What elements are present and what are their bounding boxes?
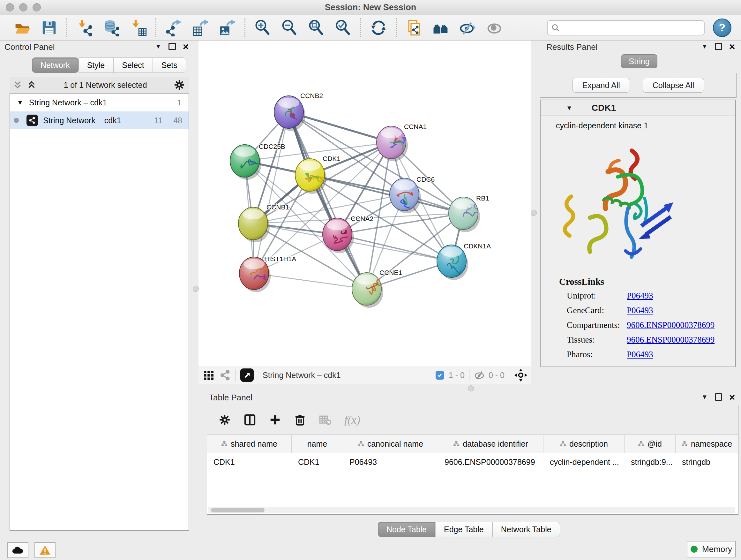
column-header-name[interactable]: name <box>292 435 343 453</box>
edge-CCNB2-HIST1H1A[interactable] <box>254 112 289 273</box>
help-button[interactable]: ? <box>713 18 731 37</box>
cloud-status-button[interactable] <box>7 542 28 558</box>
float-panel-icon[interactable] <box>715 43 722 50</box>
hide-selected-button[interactable] <box>454 17 481 38</box>
open-session-button[interactable] <box>9 17 36 38</box>
zoom-out-button[interactable] <box>276 17 303 38</box>
entry-collapse-icon[interactable]: ▼ <box>566 105 572 112</box>
tab-network[interactable]: Network <box>32 57 78 73</box>
node-CDC6[interactable]: CDC6 <box>390 176 434 213</box>
expand-all-icon[interactable] <box>26 79 37 90</box>
node-CCNB2[interactable]: CCNB2 <box>274 92 323 131</box>
tab-edge-table[interactable]: Edge Table <box>435 522 492 537</box>
column-header-description[interactable]: description <box>543 435 624 453</box>
zoom-fit-button[interactable] <box>303 17 330 38</box>
vertical-splitter-handle-left[interactable] <box>193 286 199 292</box>
column-header-namespace[interactable]: namespace <box>676 435 738 453</box>
warning-status-button[interactable] <box>35 542 56 558</box>
edge-CDK1-RB1[interactable] <box>310 175 463 213</box>
memory-button[interactable]: Memory <box>687 541 736 557</box>
node-HIST1H1A[interactable]: HIST1H1A <box>239 255 296 292</box>
tab-select[interactable]: Select <box>113 57 152 73</box>
network-view-mode-icon[interactable] <box>219 369 231 381</box>
delete-column-button[interactable] <box>294 414 306 426</box>
network-row-selected[interactable]: String Network – cdk1 11 48 <box>10 111 189 129</box>
panel-menu-icon[interactable]: ▼ <box>155 43 161 50</box>
edge-CCNB2-CCNE1[interactable] <box>289 112 367 289</box>
close-panel-icon[interactable]: × <box>729 44 735 50</box>
export-image-button[interactable] <box>214 17 241 38</box>
edge-HIST1H1A-CCNE1[interactable] <box>254 273 367 289</box>
node-CDC25B[interactable]: CDC25B <box>230 143 285 180</box>
import-network-database-button[interactable] <box>98 17 125 38</box>
delete-table-button-disabled[interactable] <box>319 414 332 426</box>
node-CDK1[interactable]: CDK1 <box>295 155 340 194</box>
crosslink-link-pharos[interactable]: P06493 <box>627 350 653 364</box>
node-CDKN1A[interactable]: CDKN1A <box>437 242 491 280</box>
tab-network-table[interactable]: Network Table <box>492 522 560 537</box>
results-tab-string[interactable]: String <box>621 54 657 68</box>
cell-namespace[interactable]: stringdb <box>676 453 738 471</box>
gear-icon[interactable] <box>174 79 185 91</box>
node-CCNB1[interactable]: CCNB1 <box>239 203 289 242</box>
tab-style[interactable]: Style <box>78 57 114 73</box>
table-settings-button[interactable] <box>219 414 231 426</box>
function-builder-button-disabled[interactable]: f(x) <box>344 413 360 427</box>
expand-all-button[interactable]: Expand All <box>572 78 630 92</box>
add-column-button[interactable] <box>269 414 281 426</box>
tab-node-table[interactable]: Node Table <box>378 522 435 537</box>
selected-checkbox-icon[interactable] <box>435 371 444 380</box>
import-table-button[interactable] <box>125 17 151 38</box>
crosslink-link-uniprot[interactable]: P06493 <box>627 291 653 306</box>
node-CCNE1[interactable]: CCNE1 <box>352 269 402 308</box>
results-entry-header[interactable]: ▼ CDK1 <box>541 100 735 116</box>
panel-menu-icon[interactable]: ▼ <box>701 393 708 401</box>
node-CCNA2[interactable]: CCNA2 <box>323 215 374 253</box>
column-header-canonical-name[interactable]: canonical name <box>343 435 438 453</box>
float-panel-icon[interactable] <box>715 393 722 401</box>
crosslink-link-tissues[interactable]: 9606.ENSP00000378699 <box>627 335 715 350</box>
vertical-splitter-handle-right[interactable] <box>531 210 537 216</box>
crosslink-link-compartments[interactable]: 9606.ENSP00000378699 <box>627 320 715 335</box>
show-columns-button[interactable] <box>244 414 256 426</box>
panel-menu-icon[interactable]: ▼ <box>701 43 708 50</box>
node-RB1[interactable]: RB1 <box>449 194 489 232</box>
table-data-row[interactable]: CDK1CDK1P064939606.ENSP00000378699cyclin… <box>207 453 738 471</box>
table-horizontal-scrollbar[interactable] <box>208 507 735 513</box>
network-from-selection-button[interactable] <box>401 17 427 38</box>
scrollbar-thumb[interactable] <box>211 508 265 512</box>
cell-canonical-name[interactable]: P06493 <box>343 453 438 471</box>
grid-view-icon[interactable] <box>203 369 214 381</box>
navigate-crosshair-icon[interactable] <box>514 368 528 382</box>
horizontal-splitter-handle[interactable] <box>468 385 474 391</box>
cell-name[interactable]: CDK1 <box>292 453 343 471</box>
network-collection-row[interactable]: ▼ String Network – cdk1 1 <box>10 94 189 111</box>
export-network-button[interactable] <box>160 17 187 38</box>
close-panel-icon[interactable]: × <box>729 394 735 400</box>
column-header--id[interactable]: @id <box>624 435 676 453</box>
collapse-all-icon[interactable] <box>12 79 23 90</box>
edge-CCNA2-CDKN1A[interactable] <box>337 234 452 261</box>
cell--id[interactable]: stringdb:9... <box>624 453 676 471</box>
collapse-all-button[interactable]: Collapse All <box>643 78 704 92</box>
cell-database-identifier[interactable]: 9606.ENSP00000378699 <box>438 453 543 471</box>
float-panel-icon[interactable] <box>169 43 176 50</box>
column-header-database-identifier[interactable]: database identifier <box>438 435 543 453</box>
crosslink-link-genecard[interactable]: P06493 <box>627 306 653 320</box>
export-table-button[interactable] <box>187 17 214 38</box>
column-header-shared-name[interactable]: shared name <box>207 435 292 453</box>
network-view-canvas[interactable]: CCNB2CCNA1CDC25BCDK1CDC6RB1CCNB1CCNA2CDK… <box>199 41 531 366</box>
import-network-file-button[interactable] <box>71 17 98 38</box>
node-CCNA1[interactable]: CCNA1 <box>377 123 427 161</box>
cell-shared-name[interactable]: CDK1 <box>207 453 292 471</box>
apply-layout-button[interactable] <box>365 17 392 38</box>
search-input[interactable] <box>560 23 695 33</box>
first-neighbors-button[interactable] <box>427 17 454 38</box>
zoom-in-button[interactable] <box>249 17 276 38</box>
show-all-button[interactable] <box>481 17 508 38</box>
tab-sets[interactable]: Sets <box>153 57 186 73</box>
save-session-button[interactable] <box>36 17 63 38</box>
cell-description[interactable]: cyclin-dependent ... <box>543 453 624 471</box>
birds-eye-view-button[interactable] <box>240 368 254 382</box>
close-panel-icon[interactable]: × <box>183 44 189 50</box>
